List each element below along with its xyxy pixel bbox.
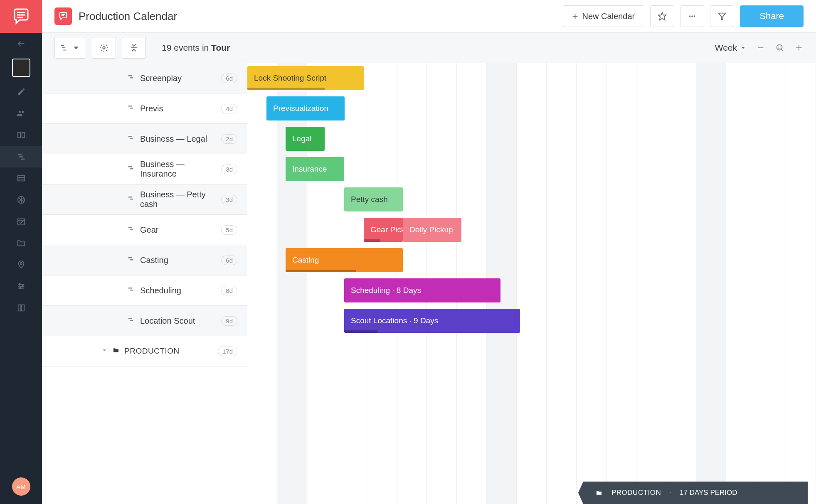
gantt-icon[interactable] [0, 146, 42, 167]
svg-rect-57 [128, 257, 132, 258]
back-arrow-icon[interactable] [0, 33, 42, 54]
gantt-bar[interactable]: Petty cash [344, 187, 403, 211]
project-thumbnail[interactable] [12, 59, 30, 77]
svg-rect-49 [128, 136, 132, 137]
zoom-reset-button[interactable]: 1:1 [775, 43, 784, 52]
gantt-bar[interactable]: Casting [286, 248, 403, 272]
svg-rect-59 [128, 288, 132, 289]
favorite-button[interactable] [650, 5, 674, 27]
aperture-icon[interactable] [0, 189, 42, 211]
collapse-icon [129, 43, 138, 52]
svg-point-36 [103, 47, 105, 49]
task-icon [128, 226, 136, 234]
folder-icon [595, 489, 603, 496]
table-icon[interactable] [0, 167, 42, 189]
svg-rect-5 [22, 133, 24, 138]
left-sidebar: AM [0, 0, 42, 504]
gantt-chart[interactable]: Lock Shooting ScriptPrevisualizationLega… [247, 63, 816, 504]
gantt-bar[interactable]: Lock Shooting Script [247, 66, 364, 90]
task-row[interactable]: Business — Petty cash 3d [42, 184, 247, 215]
svg-rect-56 [130, 229, 133, 230]
people-icon[interactable] [0, 103, 42, 124]
share-button[interactable]: Share [740, 5, 804, 27]
collapse-button[interactable] [122, 37, 146, 59]
bar-label: Legal [292, 134, 312, 143]
task-row[interactable]: Previs 4d [42, 93, 247, 124]
task-row[interactable]: Screenplay 6d [42, 63, 247, 93]
bar-label: Petty cash [351, 195, 388, 204]
folder-icon[interactable] [0, 232, 42, 254]
gantt-bar[interactable]: Legal [286, 127, 325, 151]
task-icon [128, 287, 136, 294]
task-row[interactable]: Business — Insurance 3d [42, 154, 247, 184]
chevron-down-icon [100, 347, 108, 355]
task-icon [128, 74, 136, 82]
task-row[interactable]: Scheduling 8d [42, 275, 247, 306]
pencil-icon[interactable] [0, 81, 42, 103]
task-icon [128, 135, 136, 143]
task-name: Screenplay [140, 74, 182, 83]
star-icon [658, 12, 667, 21]
plus-icon [794, 43, 804, 52]
task-row[interactable]: Location Scout 9d [42, 306, 247, 336]
task-duration: 6d [221, 74, 237, 83]
calendar-app-icon [54, 7, 72, 25]
group-duration: 17d [218, 347, 237, 356]
gantt-bar[interactable]: Previsualization [266, 96, 345, 120]
group-footer-bar: PRODUCTION · 17 DAYS PERIOD [583, 482, 808, 504]
app-logo[interactable] [0, 0, 42, 33]
svg-rect-61 [128, 318, 132, 319]
toolbar: 19 events in Tour Week 1:1 [42, 33, 816, 63]
new-calendar-button[interactable]: +New Calendar [563, 5, 645, 27]
hierarchy-dropdown[interactable] [54, 37, 86, 59]
task-icon [128, 196, 136, 203]
task-row[interactable]: Gear 5d [42, 215, 247, 245]
svg-line-41 [781, 49, 784, 52]
sliders-icon[interactable] [0, 275, 42, 297]
bar-label: Scout Locations · 9 Days [351, 316, 438, 325]
settings-button[interactable] [92, 37, 116, 59]
svg-rect-48 [130, 108, 133, 109]
gantt-bar[interactable]: Gear Pickup [364, 218, 403, 242]
task-duration: 3d [221, 195, 237, 204]
task-icon [128, 165, 136, 173]
filter-button[interactable] [710, 5, 734, 27]
zoom-in-button[interactable] [794, 43, 804, 52]
zoom-out-button[interactable] [756, 43, 765, 52]
svg-rect-51 [128, 166, 132, 167]
task-row[interactable]: Casting 6d [42, 245, 247, 275]
more-button[interactable] [680, 5, 704, 27]
filter-icon [717, 12, 727, 21]
task-icon [128, 105, 136, 112]
svg-rect-52 [130, 168, 133, 170]
user-avatar[interactable]: AM [12, 477, 30, 496]
book-icon[interactable] [0, 297, 42, 319]
group-row[interactable]: PRODUCTION 17d [42, 336, 247, 366]
view-selector[interactable]: Week [715, 43, 746, 53]
svg-rect-62 [130, 320, 133, 321]
task-duration: 2d [221, 134, 237, 144]
svg-marker-38 [742, 47, 745, 49]
svg-point-28 [689, 16, 690, 17]
calendar-icon[interactable] [0, 211, 42, 232]
svg-marker-27 [658, 12, 666, 20]
svg-point-18 [20, 263, 22, 265]
task-duration: 4d [221, 104, 237, 113]
columns-icon[interactable] [0, 124, 42, 146]
bar-label: Gear Pickup [370, 225, 403, 234]
more-icon [688, 12, 697, 21]
plus-icon: + [572, 10, 578, 22]
page-title: Production Calendar [79, 10, 177, 23]
svg-rect-58 [130, 259, 133, 261]
gantt-bar[interactable]: Dolly Pickup [403, 218, 461, 242]
location-icon[interactable] [0, 254, 42, 275]
gantt-bar[interactable]: Scheduling · 8 Days [344, 278, 500, 302]
gear-icon [99, 43, 108, 52]
task-row[interactable]: Business — Legal 2d [42, 124, 247, 154]
gantt-bar[interactable]: Scout Locations · 9 Days [344, 309, 520, 333]
task-duration: 5d [221, 225, 237, 235]
gantt-bar[interactable]: Insurance [286, 157, 344, 181]
task-duration: 6d [221, 256, 237, 265]
task-name: Location Scout [140, 316, 195, 326]
task-name: Gear [140, 225, 158, 235]
